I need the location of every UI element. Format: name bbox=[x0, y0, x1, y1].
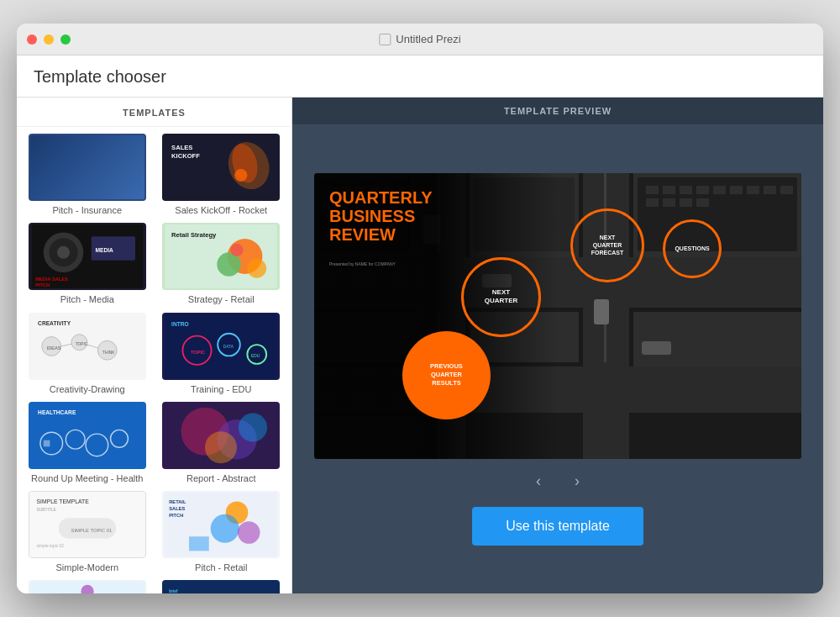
svg-rect-134 bbox=[696, 198, 709, 207]
template-item-healthcare[interactable]: HEALTHCARE Round Up Meeting - Health bbox=[24, 402, 151, 484]
svg-rect-103 bbox=[633, 312, 801, 367]
svg-rect-70 bbox=[189, 536, 209, 551]
template-thumb-executive: brief bbox=[162, 580, 280, 593]
right-panel: TEMPLATE PREVIEW bbox=[292, 98, 823, 593]
template-item-media[interactable]: MEDIA SALES PITCH MEDIA Pitch - Media bbox=[24, 223, 151, 305]
svg-text:SALES: SALES bbox=[171, 144, 192, 151]
svg-text:INSURANCE: INSURANCE bbox=[38, 143, 71, 149]
template-label-simple-modern: Simple-Modern bbox=[55, 562, 118, 573]
template-item-abstract[interactable]: Report - Abstract bbox=[158, 402, 286, 484]
svg-point-56 bbox=[239, 413, 267, 441]
svg-text:SALES PITCH: SALES PITCH bbox=[38, 150, 70, 156]
qbr-slide: QUARTERLYBUSINESSREVIEW Presented by NAM… bbox=[314, 173, 801, 459]
template-thumb-abstract bbox=[162, 402, 280, 469]
template-thumb-training: INTRO TOPIC DATA EDU bbox=[162, 313, 280, 380]
template-item-executive[interactable]: brief Executive Brief - Insurance bbox=[158, 580, 286, 593]
next-arrow[interactable]: › bbox=[566, 469, 588, 493]
svg-rect-130 bbox=[780, 186, 793, 194]
svg-rect-125 bbox=[696, 186, 709, 194]
svg-point-5 bbox=[92, 145, 116, 170]
slide-subtitle: Presented by NAME for COMPANY bbox=[329, 261, 396, 266]
svg-text:THINK: THINK bbox=[102, 350, 115, 354]
svg-rect-4 bbox=[79, 140, 139, 176]
svg-text:INTRO: INTRO bbox=[171, 321, 189, 327]
minimize-button[interactable] bbox=[44, 34, 54, 45]
preview-nav: ‹ › bbox=[528, 469, 588, 493]
svg-text:RETAIL: RETAIL bbox=[170, 499, 187, 504]
svg-rect-126 bbox=[713, 186, 726, 194]
template-item-creativity[interactable]: CREATIVITY IDEAS TOPIC THINK Creativity-… bbox=[24, 313, 151, 395]
left-panel: TEMPLATES INSURANCE SALES PITCH bbox=[17, 98, 292, 593]
svg-rect-84 bbox=[165, 582, 277, 593]
main-content: TEMPLATES INSURANCE SALES PITCH bbox=[17, 98, 823, 593]
template-thumb-sales-kickoff: SALES KICKOFF bbox=[162, 134, 280, 201]
svg-rect-127 bbox=[730, 186, 743, 194]
svg-point-16 bbox=[57, 246, 70, 259]
use-template-button[interactable]: Use this template bbox=[472, 507, 643, 546]
svg-text:PITCH: PITCH bbox=[35, 282, 50, 287]
template-thumb-media: MEDIA SALES PITCH MEDIA bbox=[29, 223, 146, 290]
template-item-retail-pitch[interactable]: RETAIL SALES PITCH Pitch - Retail bbox=[158, 491, 286, 573]
svg-text:TOPIC: TOPIC bbox=[191, 349, 205, 354]
svg-point-69 bbox=[238, 521, 260, 544]
svg-point-55 bbox=[205, 431, 237, 463]
svg-text:SALES: SALES bbox=[170, 506, 186, 511]
template-thumb-simple-modern: SIMPLE TEMPLATE SUBTITLE SIMPLE TOPIC 01… bbox=[29, 491, 146, 558]
prezi-icon bbox=[379, 34, 391, 45]
svg-text:SIMPLE TOPIC 01: SIMPLE TOPIC 01 bbox=[71, 528, 112, 533]
template-thumb-creativity: CREATIVITY IDEAS TOPIC THINK bbox=[29, 313, 146, 380]
template-item-training[interactable]: INTRO TOPIC DATA EDU Training - EDU bbox=[158, 313, 286, 395]
svg-text:SUBTITLE: SUBTITLE bbox=[36, 509, 56, 513]
svg-text:SIMPLE TEMPLATE: SIMPLE TEMPLATE bbox=[36, 498, 89, 504]
svg-rect-51 bbox=[44, 440, 50, 447]
svg-point-26 bbox=[231, 244, 244, 256]
template-label-training: Training - EDU bbox=[191, 383, 251, 395]
maximize-button[interactable] bbox=[60, 34, 71, 45]
svg-rect-1 bbox=[31, 135, 143, 199]
svg-rect-106 bbox=[594, 299, 609, 324]
prev-arrow[interactable]: ‹ bbox=[528, 469, 549, 493]
template-label-retail-pitch: Pitch - Retail bbox=[195, 562, 247, 573]
templates-grid: INSURANCE SALES PITCH Pitch - Insurance bbox=[17, 127, 291, 593]
svg-text:PITCH: PITCH bbox=[170, 513, 184, 518]
svg-text:CREATIVITY: CREATIVITY bbox=[38, 320, 71, 326]
svg-text:MEDIA SALES: MEDIA SALES bbox=[35, 277, 68, 282]
svg-rect-123 bbox=[663, 186, 675, 194]
template-thumb-retail-pitch: RETAIL SALES PITCH bbox=[162, 491, 280, 558]
preview-slide: QUARTERLYBUSINESSREVIEW Presented by NAM… bbox=[314, 173, 801, 459]
app-window: Untitled Prezi Template chooser TEMPLATE… bbox=[17, 24, 823, 593]
app-header: Template chooser bbox=[17, 55, 823, 98]
template-label-retail-strategy: Strategy - Retail bbox=[188, 293, 255, 305]
template-item-around-topic[interactable]: Around a Topic bbox=[24, 580, 151, 593]
window-title-area: Untitled Prezi bbox=[379, 33, 460, 45]
svg-rect-132 bbox=[663, 198, 675, 207]
svg-rect-0 bbox=[31, 135, 143, 199]
circle-next-quarter: NEXTQUARTER bbox=[461, 257, 541, 337]
svg-rect-129 bbox=[764, 186, 776, 194]
template-thumb-around-topic bbox=[29, 580, 146, 593]
template-label-media: Pitch - Media bbox=[60, 293, 114, 305]
svg-text:simple topic 02: simple topic 02 bbox=[36, 544, 64, 548]
svg-point-6 bbox=[111, 144, 127, 160]
template-item-sales-kickoff[interactable]: SALES KICKOFF Sales KickOff - Rocket bbox=[158, 134, 286, 216]
svg-text:Retail Strategy: Retail Strategy bbox=[171, 231, 217, 239]
svg-point-12 bbox=[234, 169, 247, 182]
svg-rect-108 bbox=[642, 341, 671, 355]
svg-point-25 bbox=[248, 259, 267, 278]
preview-area: QUARTERLYBUSINESSREVIEW Presented by NAM… bbox=[292, 124, 823, 593]
template-label-abstract: Report - Abstract bbox=[186, 472, 256, 484]
svg-rect-122 bbox=[646, 186, 659, 194]
template-item-retail-strategy[interactable]: Retail Strategy Strategy - Retail bbox=[158, 223, 286, 305]
template-label-healthcare: Round Up Meeting - Health bbox=[31, 472, 143, 484]
templates-section-header: TEMPLATES bbox=[17, 98, 291, 127]
circle-previous-quarter: PREVIOUSQUARTERRESULTS bbox=[402, 331, 491, 419]
svg-point-68 bbox=[211, 514, 239, 543]
close-button[interactable] bbox=[27, 34, 37, 45]
template-item-simple-modern[interactable]: SIMPLE TEMPLATE SUBTITLE SIMPLE TOPIC 01… bbox=[24, 491, 151, 573]
template-item-insurance[interactable]: INSURANCE SALES PITCH Pitch - Insurance bbox=[24, 134, 151, 216]
slide-title: QUARTERLYBUSINESSREVIEW bbox=[329, 188, 433, 244]
svg-rect-133 bbox=[680, 198, 692, 207]
svg-text:DATA: DATA bbox=[223, 344, 234, 348]
template-label-creativity: Creativity-Drawing bbox=[50, 383, 125, 395]
traffic-lights bbox=[27, 34, 71, 45]
